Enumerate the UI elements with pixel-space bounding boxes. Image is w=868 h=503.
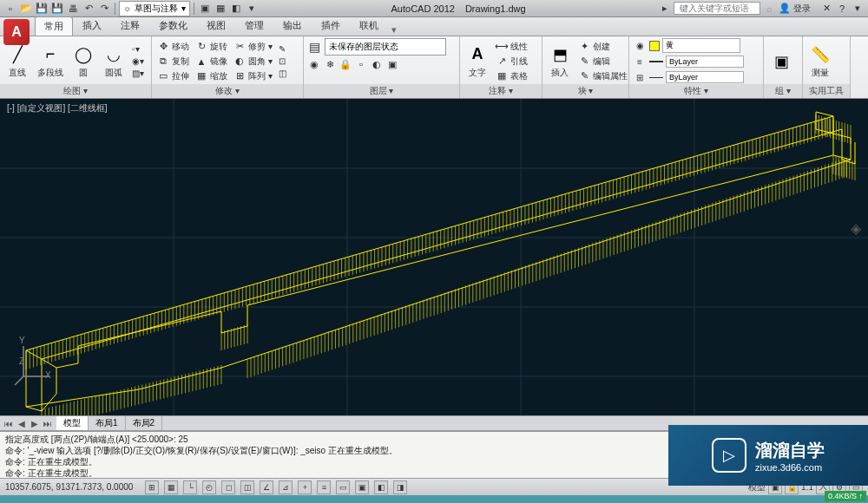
dyn-button[interactable]: + — [298, 480, 312, 494]
layout2-tab[interactable]: 布局2 — [126, 416, 163, 430]
qat-open-icon[interactable]: 📂 — [19, 2, 33, 16]
panel-modify-label[interactable]: 修改 ▾ — [152, 84, 303, 98]
minimize-icon[interactable]: ▾ — [851, 2, 865, 16]
grid-button[interactable]: ▦ — [164, 480, 178, 494]
draw-extra2[interactable]: ◉▾ — [130, 56, 146, 67]
ortho-button[interactable]: └ — [183, 480, 197, 494]
linetype-icon[interactable]: ⊞ — [633, 70, 647, 84]
panel-layer-label[interactable]: 图层 ▾ — [304, 84, 459, 98]
tab-view[interactable]: 视图 — [197, 16, 235, 36]
tab-home[interactable]: 常用 — [35, 16, 73, 36]
app-menu-button[interactable]: A — [3, 19, 30, 45]
tab-parametric[interactable]: 参数化 — [149, 16, 197, 36]
ribbon-expand-icon[interactable]: ▾ — [391, 24, 397, 36]
array-button[interactable]: ⊞阵列▾ — [232, 69, 274, 83]
panel-block-label[interactable]: 块 ▾ — [542, 84, 628, 98]
layer-lock-icon[interactable]: 🔒 — [339, 57, 352, 71]
linetype-dropdown[interactable]: ByLayer — [666, 71, 744, 83]
qat-save-icon[interactable]: 💾 — [35, 2, 49, 16]
sc-button[interactable]: ◧ — [374, 480, 388, 494]
qat-redo-icon[interactable]: ↷ — [97, 2, 111, 16]
help-icon[interactable]: ? — [835, 2, 849, 16]
tab-online[interactable]: 联机 — [350, 16, 388, 36]
panel-utilities-label[interactable]: 实用工具 — [803, 84, 850, 98]
ducs-button[interactable]: ⊿ — [279, 480, 293, 494]
layer-props-button[interactable]: ▤ — [307, 39, 322, 55]
workspace-dropdown[interactable]: ☼ 草图与注释 ▾ — [119, 1, 190, 16]
edit-block-button[interactable]: ✎编辑 — [576, 55, 629, 69]
otrack-button[interactable]: ∠ — [260, 480, 273, 494]
user-icon[interactable]: 👤 — [778, 2, 792, 16]
measure-button[interactable]: 📏测量 — [806, 42, 834, 81]
qat-undo-icon[interactable]: ↶ — [82, 2, 95, 16]
search-icon[interactable]: ⌕ — [762, 2, 776, 16]
fillet-button[interactable]: ◐圆角▾ — [232, 55, 274, 69]
nav-bar[interactable]: ◈ — [851, 220, 861, 237]
tab-output[interactable]: 输出 — [273, 16, 312, 36]
3dosnap-button[interactable]: ◫ — [240, 480, 254, 494]
tab-annotate[interactable]: 注释 — [111, 16, 149, 36]
match-props-icon[interactable]: ◉ — [633, 39, 647, 53]
lineweight-dropdown[interactable]: ByLayer — [666, 56, 744, 68]
explode-icon[interactable]: ⊡ — [277, 56, 288, 67]
group-button[interactable]: ▣ — [767, 49, 795, 74]
line-button[interactable]: ╱直线 — [3, 42, 31, 81]
polyline-button[interactable]: ⌐多段线 — [34, 42, 67, 81]
rotate-button[interactable]: ↻旋转 — [194, 40, 229, 54]
lwt-button[interactable]: ≡ — [317, 480, 331, 494]
tab-insert[interactable]: 插入 — [73, 16, 111, 36]
panel-group-label[interactable]: 组 ▾ — [764, 84, 802, 98]
search-input[interactable] — [674, 2, 760, 15]
copy-button[interactable]: ⧉复制 — [155, 55, 191, 69]
panel-draw-label[interactable]: 绘图 ▾ — [0, 84, 151, 98]
layer-state-dropdown[interactable]: 未保存的图层状态 — [325, 38, 446, 56]
qat-extra1-icon[interactable]: ▣ — [198, 2, 212, 16]
panel-annotation-label[interactable]: 注释 ▾ — [460, 84, 542, 98]
stretch-button[interactable]: ▭拉伸 — [155, 69, 191, 83]
trim-button[interactable]: ✂修剪▾ — [232, 40, 274, 54]
snap-button[interactable]: ⊞ — [145, 480, 159, 494]
polar-button[interactable]: ◴ — [202, 480, 216, 494]
osnap-button[interactable]: ◻ — [221, 480, 235, 494]
layer-match-icon[interactable]: ▣ — [385, 57, 399, 71]
tab-manage[interactable]: 管理 — [235, 16, 273, 36]
mirror-button[interactable]: ▲镜像 — [194, 55, 229, 69]
qat-new-icon[interactable]: ▫ — [3, 2, 17, 16]
model-tab[interactable]: 模型 — [56, 416, 89, 430]
move-button[interactable]: ✥移动 — [155, 40, 191, 54]
layer-iso-icon[interactable]: ◉ — [307, 57, 321, 71]
qat-extra3-icon[interactable]: ◧ — [229, 2, 243, 16]
am-button[interactable]: ◨ — [393, 480, 407, 494]
lineweight-icon[interactable]: ≡ — [633, 55, 647, 69]
chevron-down-icon[interactable]: ▾ — [245, 2, 259, 16]
panel-properties-label[interactable]: 特性 ▾ — [629, 84, 763, 98]
drawing-viewport[interactable]: [-] [自定义视图] [二维线框] hatch Y Z X ◈ — [0, 99, 868, 415]
layer-color-icon[interactable]: ▫ — [354, 57, 368, 71]
draw-extra3[interactable]: ▨▾ — [130, 68, 146, 79]
tpy-button[interactable]: ▭ — [336, 480, 350, 494]
tab-nav[interactable]: ⏮◀▶⏭ — [0, 419, 56, 428]
qat-extra2-icon[interactable]: ▦ — [214, 2, 227, 16]
scale-button[interactable]: ▦缩放 — [194, 69, 229, 83]
color-dropdown[interactable]: 黄 — [662, 38, 740, 53]
draw-extra1[interactable]: ▫▾ — [130, 43, 146, 55]
erase-icon[interactable]: ✎ — [277, 43, 288, 55]
linear-dim-button[interactable]: ⟷线性 — [494, 40, 529, 54]
help-arrow-icon[interactable]: ▸ — [658, 2, 672, 16]
offset-icon[interactable]: ◫ — [277, 68, 288, 79]
circle-button[interactable]: ◯圆 — [69, 42, 97, 81]
edit-attr-button[interactable]: ✎编辑属性 — [576, 69, 629, 83]
qat-saveas-icon[interactable]: 💾 — [50, 2, 64, 16]
layout1-tab[interactable]: 布局1 — [89, 416, 126, 430]
arc-button[interactable]: ◡圆弧 — [100, 42, 128, 81]
layer-freeze-icon[interactable]: ❄ — [323, 57, 337, 71]
exchange-icon[interactable]: ✕ — [819, 2, 833, 16]
text-button[interactable]: A文字 — [464, 42, 491, 81]
tab-plugins[interactable]: 插件 — [312, 16, 350, 36]
leader-button[interactable]: ↗引线 — [494, 55, 529, 69]
create-block-button[interactable]: ✦创建 — [576, 40, 629, 54]
qat-print-icon[interactable]: 🖶 — [66, 2, 80, 16]
layer-off-icon[interactable]: ◐ — [370, 57, 384, 71]
table-button[interactable]: ▦表格 — [494, 69, 529, 83]
insert-button[interactable]: ⬒插入 — [546, 42, 574, 81]
